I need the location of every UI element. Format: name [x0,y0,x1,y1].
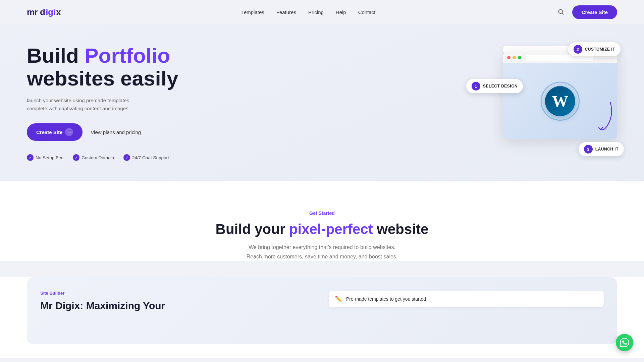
nav-features[interactable]: Features [276,9,296,15]
logo-text2: x [56,7,61,17]
get-started-section: Get Started Build your pixel-perfect web… [0,184,644,261]
check-icon-3: ✓ [123,154,130,161]
badge-no-setup: ✓ No Setup Fee [27,154,63,161]
nav-links: Templates Features Pricing Help Contact [241,9,375,15]
search-icon [557,8,564,15]
dot-red [507,56,511,59]
step-1-label: SELECT DESIGN [483,84,518,88]
hero-cta-label: Create Site [36,129,62,135]
nav-right: Create Site [556,5,617,19]
get-started-description: We bring together everything that's requ… [238,243,406,261]
step-1-number: 1 [472,82,480,90]
section-divider [0,181,644,184]
hero-title-plain: Build [27,44,85,67]
dot-green [518,56,521,59]
section-title-accent: pixel-perfect [289,221,373,237]
hero-title: Build Portfolio websites easily [27,44,178,90]
create-site-button[interactable]: Create Site [572,5,617,19]
whatsapp-icon [620,338,629,347]
hero-actions: Create Site → View plans and pricing [27,123,178,141]
step-1-badge: 1 SELECT DESIGN [466,79,523,93]
feature-item-1: ✏️ Pre-made templates to get you started [329,291,604,307]
nav-contact[interactable]: Contact [358,9,376,15]
section-title-rest: website [373,221,429,237]
check-icon-2: ✓ [73,154,79,161]
logo-accent: igi [46,7,55,17]
navbar: mr digix Templates Features Pricing Help… [0,0,644,24]
hero-section: Build Portfolio websites easily launch y… [0,24,644,181]
step-3-badge: 3 LAUNCH IT [579,142,624,156]
check-icon-1: ✓ [27,154,34,161]
hero-description: launch your website using premade templa… [27,97,148,113]
search-button[interactable] [556,7,566,17]
badge-label-2: Custom Domain [82,155,114,160]
whatsapp-float-button[interactable] [616,334,633,351]
get-started-tag: Get Started [27,210,617,216]
card-left: Site Builder Mr Digix: Maximizing Your [40,291,315,312]
hero-badges: ✓ No Setup Fee ✓ Custom Domain ✓ 24/7 Ch… [27,154,178,161]
card-right: ✏️ Pre-made templates to get you started [329,291,604,311]
step-2-badge: 2 CUSTOMIZE IT [568,42,621,56]
arrow-icon: → [65,128,73,136]
pencil-icon: ✏️ [335,295,342,303]
desc-line2: Reach more customers, save time and mone… [247,254,398,259]
nav-help[interactable]: Help [336,9,346,15]
wp-letter: W [552,92,568,111]
badge-label-3: 24/7 Chat Support [132,155,169,160]
feature-card-section: Site Builder Mr Digix: Maximizing Your ✏… [0,277,644,358]
dot-yellow [513,56,516,59]
badge-custom-domain: ✓ Custom Domain [73,154,114,161]
badge-chat-support: ✓ 24/7 Chat Support [123,154,169,161]
step-3-number: 3 [584,145,593,154]
desc-line1: We bring together everything that's requ… [249,244,395,250]
nav-templates[interactable]: Templates [241,9,264,15]
nav-pricing[interactable]: Pricing [308,9,324,15]
view-plans-link[interactable]: View plans and pricing [91,129,141,135]
curved-arrow-decoration [590,99,617,133]
hero-cta-button[interactable]: Create Site → [27,123,83,141]
get-started-title: Build your pixel-perfect website [27,221,617,237]
section-title-plain: Build your [216,221,289,237]
hero-illustration: W 1 SELECT DESIGN 2 CUSTOMIZE IT 3 LAUNC… [476,46,617,160]
feature-item-label-1: Pre-made templates to get you started [346,296,426,302]
feature-card: Site Builder Mr Digix: Maximizing Your ✏… [27,277,617,344]
card-title: Mr Digix: Maximizing Your [40,300,315,312]
hero-left: Build Portfolio websites easily launch y… [27,44,178,161]
badge-label-1: No Setup Fee [36,155,63,160]
logo[interactable]: mr digix [27,7,61,17]
card-tag: Site Builder [40,291,315,296]
step-2-number: 2 [574,45,582,54]
wordpress-logo: W [545,86,575,116]
step-3-label: LAUNCH IT [595,147,619,152]
step-2-label: CUSTOMIZE IT [585,47,615,52]
logo-text: mr d [27,7,45,17]
hero-title-rest: websites easily [27,67,178,90]
hero-title-accent: Portfolio [85,44,170,67]
svg-line-1 [562,13,564,14]
